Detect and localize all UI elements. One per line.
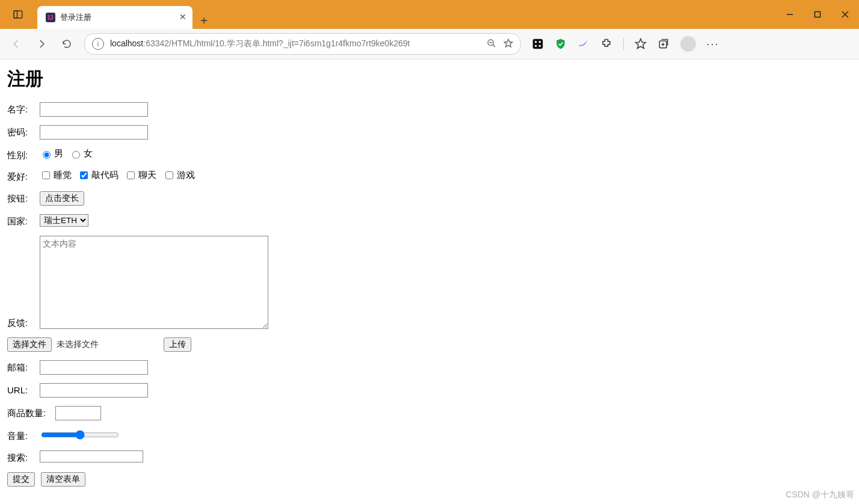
- svg-point-11: [535, 41, 537, 43]
- password-label: 密码:: [7, 125, 34, 138]
- back-button[interactable]: [5, 32, 28, 55]
- gender-female-label: 女: [84, 148, 93, 159]
- maximize-button[interactable]: [804, 0, 831, 29]
- svg-rect-1: [14, 11, 17, 18]
- upload-button[interactable]: 上传: [164, 337, 191, 352]
- email-label: 邮箱:: [7, 360, 34, 373]
- tab-title: 登录注册: [60, 12, 91, 23]
- hobby-code-checkbox[interactable]: [80, 171, 88, 179]
- browser-tab[interactable]: IJ 登录注册 ✕: [37, 6, 192, 29]
- forward-button[interactable]: [30, 32, 53, 55]
- feedback-label: 反馈:: [7, 316, 34, 329]
- svg-marker-15: [636, 39, 646, 49]
- separator: [623, 37, 624, 51]
- country-label: 国家:: [7, 214, 34, 227]
- page-title: 注册: [7, 67, 852, 91]
- hobby-game-checkbox[interactable]: [165, 171, 173, 179]
- quantity-input[interactable]: [55, 406, 101, 420]
- gender-label: 性别:: [7, 148, 34, 161]
- volume-label: 音量:: [7, 429, 34, 442]
- close-window-button[interactable]: [831, 0, 859, 29]
- site-info-icon[interactable]: i: [92, 38, 104, 50]
- country-select[interactable]: 瑞士ETH: [40, 214, 88, 227]
- url-input[interactable]: [40, 383, 148, 398]
- button-label: 按钮:: [7, 191, 34, 204]
- page-body: 注册 名字: 密码: 性别: 男 女 爱好: 睡觉 敲代码 聊天 游戏: [0, 60, 859, 499]
- tab-overview-icon[interactable]: [8, 5, 28, 24]
- volume-slider[interactable]: [41, 430, 119, 440]
- extensions-icon[interactable]: [600, 38, 612, 50]
- url-label: URL:: [7, 383, 34, 395]
- reset-button[interactable]: 清空表单: [41, 472, 85, 487]
- hobby-game-label: 游戏: [177, 170, 195, 181]
- search-input[interactable]: [40, 450, 143, 463]
- url-box[interactable]: i localhost:63342/HTML/html/10.学习表单.html…: [84, 33, 521, 55]
- ext-bird-icon[interactable]: [577, 38, 590, 50]
- feedback-textarea[interactable]: [40, 236, 268, 329]
- gender-male-radio[interactable]: [43, 151, 51, 159]
- submit-button[interactable]: 提交: [7, 472, 35, 487]
- svg-line-8: [493, 45, 495, 47]
- address-bar: i localhost:63342/HTML/html/10.学习表单.html…: [0, 29, 859, 60]
- ext-shield-icon[interactable]: [555, 38, 567, 50]
- gender-male-label: 男: [54, 148, 63, 159]
- close-tab-icon[interactable]: ✕: [179, 12, 186, 22]
- svg-point-13: [535, 45, 537, 47]
- svg-rect-3: [815, 12, 821, 17]
- favorite-icon[interactable]: [503, 38, 513, 50]
- hobby-code-label: 敲代码: [91, 170, 119, 181]
- zoom-out-icon[interactable]: [487, 38, 496, 50]
- collections-icon[interactable]: [657, 38, 670, 50]
- choose-file-button[interactable]: 选择文件: [7, 337, 52, 352]
- svg-rect-10: [533, 39, 543, 49]
- grow-button[interactable]: 点击变长: [40, 191, 84, 206]
- new-tab-button[interactable]: ＋: [195, 11, 213, 29]
- hobby-sleep-checkbox[interactable]: [42, 171, 50, 179]
- hobby-sleep-label: 睡觉: [54, 170, 72, 181]
- quantity-label: 商品数量:: [7, 406, 49, 419]
- ext-dice-icon[interactable]: [532, 38, 544, 50]
- url-text: localhost:63342/HTML/html/10.学习表单.html?_…: [110, 38, 410, 49]
- svg-rect-0: [14, 11, 22, 18]
- watermark: CSDN @十九姨哥: [786, 490, 854, 500]
- search-label: 搜索:: [7, 450, 34, 464]
- favorites-icon[interactable]: [635, 38, 647, 50]
- password-input[interactable]: [40, 125, 148, 140]
- name-input[interactable]: [40, 102, 148, 117]
- hobby-chat-label: 聊天: [138, 170, 156, 181]
- email-input[interactable]: [40, 360, 148, 375]
- gender-female-radio[interactable]: [72, 151, 80, 159]
- title-bar: IJ 登录注册 ✕ ＋: [0, 0, 859, 29]
- minimize-button[interactable]: [776, 0, 804, 29]
- svg-point-12: [539, 41, 541, 43]
- svg-point-14: [539, 45, 541, 47]
- menu-icon[interactable]: ···: [707, 38, 719, 50]
- file-status: 未选择文件: [57, 339, 99, 350]
- reload-button[interactable]: [55, 32, 78, 55]
- hobby-label: 爱好:: [7, 170, 34, 183]
- profile-avatar[interactable]: [680, 36, 696, 52]
- name-label: 名字:: [7, 102, 34, 115]
- svg-marker-9: [504, 39, 512, 47]
- hobby-chat-checkbox[interactable]: [127, 171, 135, 179]
- favicon-icon: IJ: [46, 13, 55, 22]
